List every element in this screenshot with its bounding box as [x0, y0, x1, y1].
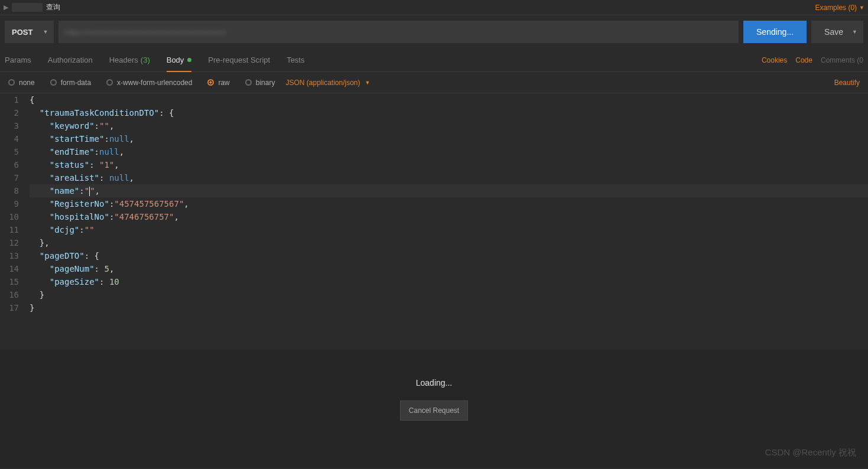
- save-button[interactable]: Save ▼: [811, 21, 863, 43]
- tab-params[interactable]: Params: [5, 48, 31, 71]
- code-editor[interactable]: 1234567891011121314151617 { "traumaTaskC…: [0, 93, 868, 314]
- http-method-label: POST: [12, 28, 32, 37]
- body-indicator-dot: [187, 58, 191, 62]
- http-method-select[interactable]: POST ▼: [5, 21, 54, 43]
- content-type-label: JSON (application/json): [285, 79, 360, 87]
- code-link[interactable]: Code: [795, 56, 812, 64]
- tab-title[interactable]: 查询: [46, 2, 60, 12]
- comments-link[interactable]: Comments (0: [821, 56, 863, 64]
- response-panel: Loading... Cancel Request: [0, 350, 868, 468]
- beautify-link[interactable]: Beautify: [834, 79, 860, 87]
- chevron-right-icon: ▶: [4, 4, 8, 11]
- examples-label: Examples (0): [815, 4, 857, 12]
- send-button[interactable]: Sending...: [743, 21, 807, 43]
- radio-raw[interactable]: raw: [207, 79, 229, 87]
- save-label: Save: [824, 27, 843, 37]
- tab-body[interactable]: Body: [167, 48, 192, 71]
- tab-headers[interactable]: Headers (3): [109, 48, 150, 71]
- radio-xwww[interactable]: x-www-form-urlencoded: [106, 79, 192, 87]
- code-content[interactable]: { "traumaTaskConditionDTO": { "keyword":…: [25, 93, 868, 314]
- radio-label: none: [19, 79, 35, 87]
- request-bar: POST ▼ https://xxxxxxxxxxxxxxxxxxxxxxxxx…: [0, 15, 868, 48]
- radio-formdata[interactable]: form-data: [50, 79, 91, 87]
- tab-tests[interactable]: Tests: [287, 48, 304, 71]
- radio-icon: [106, 79, 113, 86]
- line-gutter: 1234567891011121314151617: [0, 93, 25, 314]
- body-type-options: none form-data x-www-form-urlencoded raw…: [0, 72, 868, 93]
- radio-icon: [245, 79, 252, 86]
- request-tabs: Params Authorization Headers (3) Body Pr…: [0, 48, 868, 72]
- radio-label: form-data: [61, 79, 91, 87]
- loading-text: Loading...: [416, 378, 453, 387]
- radio-binary[interactable]: binary: [245, 79, 275, 87]
- caret-down-icon: ▼: [859, 5, 864, 11]
- url-input[interactable]: https://xxxxxxxxxxxxxxxxxxxxxxxxxxxxxxxx…: [58, 21, 739, 43]
- tab-title-prefix: xxxxxxxx: [12, 3, 43, 12]
- examples-dropdown[interactable]: Examples (0) ▼: [815, 4, 864, 12]
- url-value: https://xxxxxxxxxxxxxxxxxxxxxxxxxxxxxxxx…: [64, 28, 226, 37]
- caret-down-icon: ▼: [852, 29, 857, 35]
- headers-count-badge: (3): [141, 56, 150, 64]
- radio-label: x-www-form-urlencoded: [117, 79, 192, 87]
- radio-label: binary: [256, 79, 275, 87]
- cancel-request-button[interactable]: Cancel Request: [400, 400, 468, 421]
- tab-bar: ▶ xxxxxxxx 查询 Examples (0) ▼: [0, 0, 868, 15]
- cookies-link[interactable]: Cookies: [762, 56, 787, 64]
- content-type-dropdown[interactable]: JSON (application/json) ▼: [285, 79, 370, 87]
- tab-body-label: Body: [167, 56, 184, 64]
- radio-label: raw: [218, 79, 229, 87]
- tab-prerequest[interactable]: Pre-request Script: [208, 48, 270, 71]
- tab-authorization[interactable]: Authorization: [48, 48, 93, 71]
- caret-down-icon: ▼: [365, 80, 370, 86]
- radio-none[interactable]: none: [8, 79, 35, 87]
- tab-headers-label: Headers: [109, 56, 138, 64]
- radio-icon: [50, 79, 57, 86]
- radio-icon: [207, 79, 214, 86]
- caret-down-icon: ▼: [43, 29, 48, 35]
- radio-icon: [8, 79, 15, 86]
